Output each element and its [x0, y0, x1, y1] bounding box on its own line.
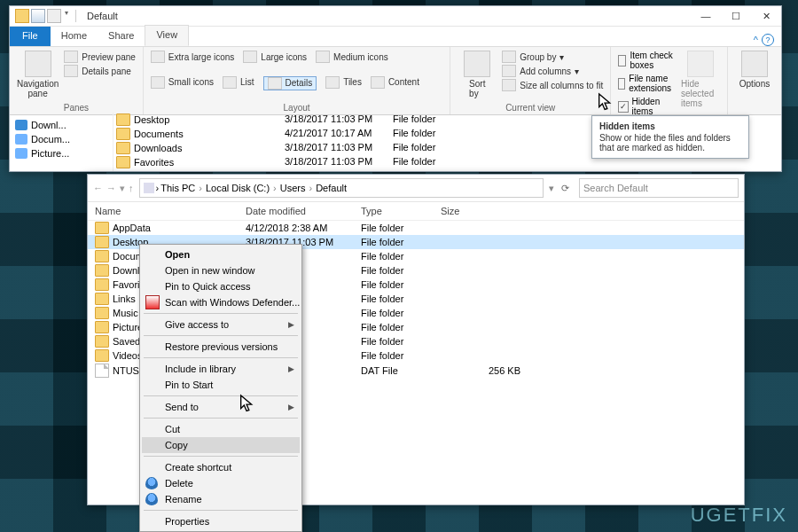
ribbon-group-layout: Extra large icons Large icons Medium ico… [144, 47, 450, 114]
cursor-icon [238, 394, 257, 417]
ctx-properties[interactable]: Properties [142, 513, 300, 529]
recent-button[interactable]: ▾ [120, 183, 125, 194]
tooltip-hidden-items: Hidden items Show or hide the files and … [591, 115, 749, 159]
qat-dropdown-icon[interactable]: ▾ [63, 9, 70, 23]
navigation-pane-icon [25, 51, 51, 77]
ribbon-group-current-view: Sort by Group by ▾ Add columns ▾ Size al… [450, 47, 611, 114]
group-label [735, 101, 774, 113]
maximize-button[interactable]: ☐ [721, 6, 751, 26]
hide-selected-icon [687, 51, 714, 77]
preview-pane-button[interactable]: Preview pane [64, 51, 136, 63]
up-button[interactable]: ↑ [129, 183, 134, 194]
minimize-button[interactable]: — [691, 6, 721, 26]
layout-small[interactable]: Small icons [151, 76, 214, 89]
hide-selected-button[interactable]: Hide selected items [681, 51, 720, 108]
documents-icon [15, 134, 27, 145]
close-button[interactable]: ✕ [751, 6, 781, 26]
ctx-shortcut[interactable]: Create shortcut [142, 459, 300, 475]
ctx-rename[interactable]: Rename [142, 491, 300, 507]
item-check-boxes[interactable]: Item check boxes [618, 51, 676, 70]
download-icon [15, 120, 27, 130]
ribbon-group-panes: Navigation pane Preview pane Details pan… [10, 47, 144, 114]
ctx-open-new[interactable]: Open in new window [142, 262, 300, 278]
folder-icon [116, 156, 130, 168]
nav-tree[interactable]: Downl... Docum... Picture... [10, 113, 113, 171]
forward-button[interactable]: → [106, 183, 116, 194]
ctx-pin-start[interactable]: Pin to Start [142, 377, 300, 393]
column-headers[interactable]: Name Date modified Type Size [88, 202, 744, 221]
group-by-button[interactable]: Group by ▾ [502, 51, 603, 63]
watermark: UGETFIX [691, 504, 787, 527]
layout-medium[interactable]: Medium icons [316, 51, 388, 63]
ctx-delete[interactable]: Delete [142, 475, 300, 491]
titlebar: ▾ Default — ☐ ✕ [10, 6, 781, 27]
shield-icon [145, 493, 158, 505]
defender-icon [145, 295, 160, 309]
back-button[interactable]: ← [93, 183, 103, 194]
ribbon: Navigation pane Preview pane Details pan… [10, 47, 781, 115]
window-title: Default [82, 11, 691, 21]
explorer-window-list: ← → ▾ ↑ › This PC› Local Disk (C:)› User… [87, 174, 745, 505]
layout-details[interactable]: Details [263, 76, 317, 90]
layout-content[interactable]: Content [371, 76, 419, 89]
group-label: Layout [151, 101, 442, 113]
folder-icon [15, 9, 29, 23]
folder-icon [95, 264, 109, 277]
list-row[interactable]: AppData4/12/2018 2:38 AMFile folder [88, 221, 744, 235]
file-name-extensions[interactable]: File name extensions [618, 74, 676, 93]
folder-icon [95, 307, 109, 319]
ctx-open[interactable]: Open [142, 246, 300, 262]
folder-icon [116, 142, 130, 154]
navigation-pane-button[interactable]: Navigation pane [17, 51, 59, 98]
tab-file[interactable]: File [10, 27, 51, 46]
path-dropdown[interactable]: ▾ [549, 183, 554, 194]
options-button[interactable]: Options [735, 51, 774, 89]
folder-icon [95, 236, 109, 248]
options-icon [741, 51, 768, 77]
ctx-defender[interactable]: Scan with Windows Defender... [142, 294, 300, 310]
refresh-button[interactable]: ⟳ [556, 183, 574, 194]
ctx-copy[interactable]: Copy [142, 437, 300, 453]
ribbon-group-show-hide: Item check boxes File name extensions Hi… [611, 47, 728, 114]
folder-icon [95, 222, 109, 234]
folder-icon [95, 250, 109, 262]
folder-icon [116, 113, 130, 126]
folder-icon [95, 335, 109, 348]
tab-view[interactable]: View [145, 25, 189, 46]
ctx-cut[interactable]: Cut [142, 421, 300, 437]
folder-icon [116, 128, 130, 140]
qat-new-icon[interactable] [47, 9, 61, 23]
ctx-send-to[interactable]: Send to▶ [142, 399, 300, 415]
qat-props-icon[interactable] [31, 9, 45, 23]
nav-item[interactable]: Downl... [10, 118, 113, 132]
folder-icon [95, 293, 109, 305]
context-menu: Open Open in new window Pin to Quick acc… [139, 244, 302, 532]
ribbon-group-options: Options [728, 47, 781, 114]
tab-share[interactable]: Share [98, 27, 145, 46]
group-label: Current view [458, 101, 603, 113]
breadcrumb[interactable]: › This PC› Local Disk (C:)› Users› Defau… [139, 178, 544, 198]
ctx-restore[interactable]: Restore previous versions [142, 339, 300, 355]
layout-tiles[interactable]: Tiles [325, 76, 362, 89]
ctx-include[interactable]: Include in library▶ [142, 361, 300, 377]
tab-home[interactable]: Home [51, 27, 98, 46]
add-columns-button[interactable]: Add columns ▾ [502, 65, 603, 77]
nav-item[interactable]: Docum... [10, 132, 113, 146]
folder-icon [95, 321, 109, 333]
layout-list[interactable]: List [223, 76, 254, 89]
nav-item[interactable]: Picture... [10, 146, 113, 160]
layout-extra-large[interactable]: Extra large icons [151, 51, 234, 63]
size-columns-button[interactable]: Size all columns to fit [502, 79, 603, 91]
preview-pane-icon [64, 51, 78, 63]
sort-icon [464, 51, 490, 77]
search-input[interactable]: Search Default [579, 178, 739, 198]
details-pane-button[interactable]: Details pane [64, 65, 136, 77]
folder-icon [95, 349, 109, 362]
layout-large[interactable]: Large icons [243, 51, 307, 63]
ctx-give-access[interactable]: Give access to▶ [142, 317, 300, 332]
ribbon-help[interactable]: ^ ? [754, 34, 774, 46]
sort-by-button[interactable]: Sort by [458, 51, 497, 98]
ctx-pin-quick[interactable]: Pin to Quick access [142, 278, 300, 294]
folder-icon [95, 278, 109, 291]
ribbon-tabs: File Home Share View ^ ? [10, 27, 781, 47]
